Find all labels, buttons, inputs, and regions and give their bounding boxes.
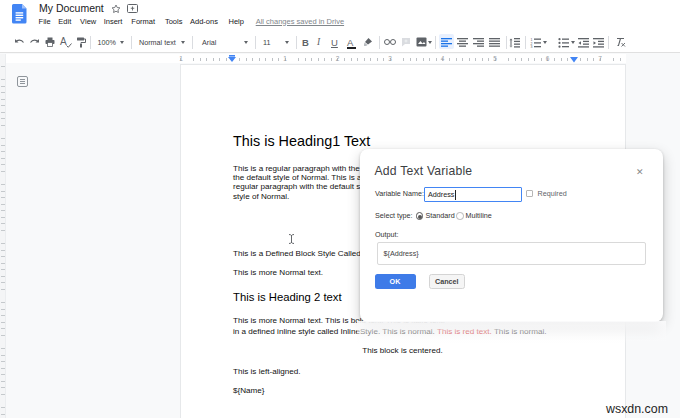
svg-text:3: 3 — [531, 45, 533, 48]
svg-text:1: 1 — [531, 38, 533, 42]
